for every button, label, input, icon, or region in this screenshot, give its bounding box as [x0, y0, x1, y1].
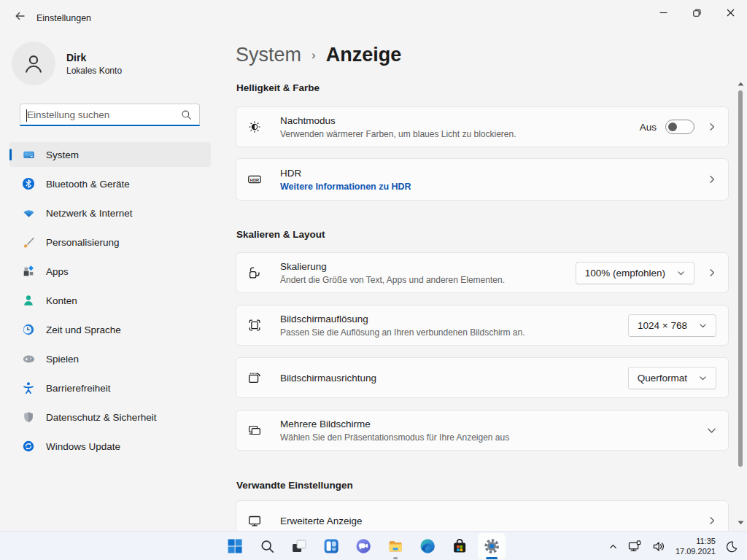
row-night-light[interactable]: Nachtmodus Verwenden wärmerer Farben, um… [236, 106, 729, 147]
search-icon [260, 539, 275, 554]
sidebar-item-windows-update[interactable]: Windows Update [9, 434, 211, 459]
system-tray: 11:35 17.09.2021 [603, 532, 743, 560]
taskbar-search-button[interactable] [251, 532, 283, 560]
scroll-down-arrow[interactable] [736, 519, 745, 526]
row-title: Bildschirmauflösung [280, 314, 628, 324]
person-icon [21, 51, 46, 76]
focus-assist-button[interactable] [720, 532, 743, 560]
row-multiple-displays[interactable]: Mehrere Bildschirme Wählen Sie den Präse… [236, 410, 729, 451]
windows-update-icon [21, 439, 36, 454]
row-subtitle: Passen Sie die Auflösung an Ihren verbun… [280, 327, 628, 338]
scrollbar [735, 79, 746, 528]
row-scaling[interactable]: Skalierung Ändert die Größe von Text, Ap… [236, 252, 729, 293]
profile[interactable]: Dirk Lokales Konto [12, 42, 122, 85]
page-title: Anzeige [326, 44, 402, 66]
tray-chevron-up-button[interactable] [603, 532, 623, 560]
sidebar-item-label: Windows Update [46, 441, 120, 452]
sidebar-item-network[interactable]: Netzwerk & Internet [9, 201, 211, 225]
sidebar-item-privacy[interactable]: Datenschutz & Sicherheit [9, 405, 211, 429]
privacy-icon [21, 410, 36, 424]
row-resolution[interactable]: Bildschirmauflösung Passen Sie die Auflö… [236, 305, 729, 346]
store-button[interactable] [444, 532, 476, 560]
advanced-display-icon [247, 513, 263, 529]
edge-icon [419, 538, 436, 554]
system-icon [21, 147, 36, 162]
row-title: Nachtmodus [280, 115, 640, 126]
sidebar-item-personalization[interactable]: Personalisierung [9, 230, 211, 254]
row-orientation[interactable]: Bildschirmausrichtung Querformat [236, 357, 729, 398]
dropdown-value: 100% (empfohlen) [585, 268, 665, 279]
running-indicator [393, 557, 398, 559]
chevron-down-icon [677, 269, 685, 277]
file-explorer-button[interactable] [379, 532, 411, 560]
breadcrumb-parent[interactable]: System [236, 44, 301, 66]
personalization-icon [21, 235, 36, 249]
night-light-toggle[interactable] [665, 120, 694, 134]
scrollbar-thumb[interactable] [738, 90, 743, 467]
sidebar-item-system[interactable]: System [9, 142, 211, 167]
desktop: Einstellungen Dirk Lokales Konto [0, 0, 747, 560]
row-hdr[interactable]: HDR HDR Weitere Informationen zu HDR [236, 158, 729, 201]
hdr-icon: HDR [247, 171, 263, 187]
section-scale-layout: Skalieren & Layout [236, 229, 325, 240]
arrow-left-icon [14, 10, 26, 24]
close-button[interactable] [713, 0, 747, 25]
row-subtitle: Wählen Sie den Präsentationsmodus für Ih… [280, 432, 694, 443]
sidebar-item-accounts[interactable]: Konten [9, 288, 211, 313]
widgets-button[interactable] [315, 532, 347, 560]
speaker-icon [652, 540, 666, 553]
sidebar-item-gaming[interactable]: Spielen [9, 346, 211, 371]
minimize-button[interactable] [646, 0, 680, 25]
row-title: Mehrere Bildschirme [280, 419, 694, 429]
back-button[interactable] [9, 6, 31, 28]
window-controls [646, 0, 747, 25]
sidebar-item-label: Datenschutz & Sicherheit [46, 412, 157, 423]
chat-icon [355, 538, 371, 554]
network-tray-button[interactable] [623, 532, 647, 560]
row-title: Erweiterte Anzeige [280, 516, 694, 526]
bluetooth-icon [21, 176, 36, 191]
row-title: HDR [280, 168, 694, 179]
apps-icon [21, 264, 36, 279]
search-box [20, 104, 200, 126]
close-icon [727, 9, 735, 17]
edge-button[interactable] [411, 532, 444, 560]
resolution-dropdown[interactable]: 747 × 560 [628, 314, 716, 337]
search-input[interactable] [20, 109, 181, 120]
sidebar-nav: System Bluetooth & Geräte Netzwerk & Int… [9, 142, 211, 463]
sidebar-item-label: System [46, 149, 79, 160]
sidebar-item-label: Bluetooth & Geräte [46, 179, 130, 190]
chevron-up-icon [608, 542, 618, 551]
section-related-settings: Verwandte Einstellungen [236, 480, 353, 491]
sidebar-item-bluetooth[interactable]: Bluetooth & Geräte [9, 171, 211, 196]
settings-button[interactable] [476, 532, 508, 560]
clock[interactable]: 11:35 17.09.2021 [671, 536, 720, 557]
orientation-dropdown[interactable]: Querformat [628, 367, 716, 389]
sidebar-item-accessibility[interactable]: Barrierefreiheit [9, 376, 211, 400]
accessibility-icon [21, 381, 36, 395]
row-subtitle: Verwenden wärmerer Farben, um blaues Lic… [280, 129, 640, 139]
restore-icon [693, 9, 701, 17]
row-title: Skalierung [280, 261, 576, 272]
restore-button[interactable] [680, 0, 713, 25]
titlebar: Einstellungen [0, 0, 747, 32]
chat-button[interactable] [347, 532, 379, 560]
multiple-displays-icon [247, 422, 263, 438]
scroll-up-arrow[interactable] [736, 80, 745, 88]
hdr-info-link[interactable]: Weitere Informationen zu HDR [280, 182, 694, 192]
gaming-icon [21, 351, 36, 366]
volume-tray-button[interactable] [647, 532, 671, 560]
sidebar-item-label: Personalisierung [46, 237, 120, 248]
sidebar-item-time-language[interactable]: Zeit und Sprache [9, 317, 211, 342]
dropdown-value: Querformat [638, 373, 687, 384]
sidebar-item-label: Zeit und Sprache [46, 324, 121, 335]
breadcrumb: System › Anzeige [236, 44, 401, 66]
sidebar-item-apps[interactable]: Apps [9, 259, 211, 284]
scaling-dropdown[interactable]: 100% (empfohlen) [576, 262, 694, 284]
task-view-button[interactable] [283, 532, 315, 560]
profile-subtitle: Lokales Konto [66, 66, 122, 76]
start-button[interactable] [219, 532, 251, 560]
chevron-down-icon [699, 374, 707, 382]
search-icon[interactable] [181, 109, 199, 120]
chevron-down-icon[interactable] [707, 426, 716, 435]
